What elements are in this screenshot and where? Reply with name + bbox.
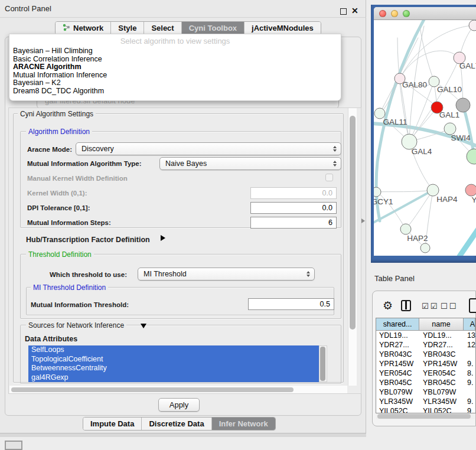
gear-icon[interactable]: ⚙	[383, 299, 393, 312]
close-traffic-light-icon[interactable]	[379, 10, 386, 17]
network-view-window[interactable]: GAL7GAL80GAL10GAL1GAL11SWI4GAL4HAP4YGCY1…	[371, 5, 476, 263]
show-columns-icon[interactable]	[401, 300, 411, 311]
table-cell: 13	[464, 331, 475, 340]
network-node[interactable]	[400, 224, 411, 234]
zoom-traffic-light-icon[interactable]	[403, 10, 410, 17]
table-row[interactable]: YER054CYER054C8.	[376, 369, 475, 378]
table-header-row[interactable]: shared...nameA	[376, 318, 475, 331]
algorithm-option[interactable]: Mutual Information Inference	[9, 71, 341, 80]
stepper-arrows-icon	[333, 161, 337, 167]
tab-discretize-data[interactable]: Discretize Data	[142, 418, 211, 430]
network-node[interactable]	[467, 149, 476, 164]
table-cell: YBL079W	[420, 388, 464, 396]
kernel-width-value: 0.0	[322, 189, 332, 197]
tab-label: jActiveMNodules	[252, 24, 314, 32]
network-edge[interactable]	[459, 228, 476, 256]
table-row[interactable]: YBR045CYBR045C9.	[376, 378, 475, 387]
hub-section-label[interactable]: Hub/Transcription Factor Definition	[26, 236, 150, 244]
table-row[interactable]: YLR345WYLR345W9.	[376, 397, 475, 406]
settings-vertical-scrollbar-thumb[interactable]	[350, 116, 356, 330]
table-cell: 9.	[464, 360, 475, 368]
tab-impute-data[interactable]: Impute Data	[83, 418, 142, 430]
column-header[interactable]: A	[464, 318, 475, 330]
network-node-label: Y	[471, 195, 476, 204]
minimize-traffic-light-icon[interactable]	[391, 10, 398, 17]
network-icon	[63, 24, 70, 33]
table-row[interactable]: YDL19...YDL19...13	[376, 331, 475, 340]
column-header[interactable]: name	[419, 318, 463, 330]
data-attribute-item[interactable]: gal4RGexp	[28, 373, 327, 383]
splitter-collapse-icon[interactable]	[361, 219, 365, 223]
algorithm-option[interactable]: ARACNE Algorithm	[9, 63, 341, 71]
tab-infer-network[interactable]: Infer Network	[212, 418, 275, 430]
apply-button[interactable]: Apply	[158, 398, 200, 412]
network-node-label: GAL10	[437, 85, 462, 94]
tab-jactivemnodules[interactable]: jActiveMNodules	[244, 22, 321, 34]
table-row[interactable]: YPR145WYPR145W9.	[376, 359, 475, 369]
table-cell: YLR345W	[376, 397, 420, 406]
network-edge[interactable]	[406, 190, 433, 229]
manual-kernel-checkbox[interactable]	[325, 174, 333, 181]
data-attribute-item[interactable]: BetweennessCentrality	[28, 364, 327, 373]
network-edge[interactable]	[400, 51, 459, 79]
mi-type-label: Mutual Information Algorithm Type:	[27, 160, 142, 167]
collapse-arrow-icon[interactable]	[141, 324, 146, 328]
which-threshold-label: Which threshold to use:	[50, 271, 127, 278]
select-all-checkboxes-icon[interactable]: ☑☑	[422, 302, 439, 311]
sources-title[interactable]: Sources for Network Inference	[26, 321, 126, 330]
tab-network[interactable]: Network	[56, 22, 111, 34]
mi-type-select[interactable]: Naive Bayes	[159, 157, 341, 170]
aracne-mode-label: Aracne Mode:	[27, 146, 72, 153]
algorithm-option[interactable]: Bayesian – K2	[9, 79, 341, 87]
algorithm-option[interactable]: Bayesian – Hill Climbing	[9, 47, 341, 56]
mi-threshold-value: 0.5	[320, 300, 330, 308]
algorithm-option[interactable]: Basic Correlation Inference	[9, 56, 341, 64]
attributes-scrollbar-thumb[interactable]	[320, 347, 325, 381]
which-threshold-select[interactable]: MI Threshold	[138, 268, 315, 281]
tab-select[interactable]: Select	[144, 22, 181, 34]
mi-steps-field[interactable]: 6	[250, 217, 337, 229]
tab-style[interactable]: Style	[111, 22, 144, 34]
aracne-mode-select[interactable]: Discovery	[76, 142, 341, 155]
float-panel-icon[interactable]	[340, 8, 347, 15]
close-icon[interactable]: ✕	[351, 6, 358, 15]
settings-horizontal-scrollbar-thumb[interactable]	[11, 387, 294, 392]
table-row[interactable]: YBR043CYBR043C	[376, 350, 475, 359]
data-attribute-item[interactable]: SelfLoops	[28, 345, 327, 355]
table-cell: YER054C	[420, 369, 464, 377]
export-table-icon[interactable]	[469, 298, 476, 313]
table-cell: 9.	[464, 379, 475, 387]
data-attribute-item[interactable]: TopologicalCoefficient	[28, 355, 327, 364]
mi-threshold-label: Mutual Information Threshold:	[31, 301, 129, 308]
network-node[interactable]	[420, 243, 430, 253]
algorithm-option[interactable]: Dream8 DC_TDC Algorithm	[9, 87, 341, 96]
mi-threshold-definition-title: MI Threshold Definition	[31, 283, 108, 292]
cyni-bottom-tabstrip: Impute DataDiscretize DataInfer Network	[83, 417, 276, 431]
mi-threshold-field[interactable]: 0.5	[248, 298, 334, 310]
network-edge[interactable]	[374, 190, 433, 224]
table-cell: YER054C	[376, 369, 420, 377]
data-attributes-list[interactable]: SelfLoopsTopologicalCoefficientBetweenne…	[28, 345, 327, 382]
network-node[interactable]	[465, 184, 476, 196]
mi-steps-label: Mutual Information Steps:	[27, 219, 111, 226]
network-node[interactable]	[374, 187, 381, 197]
network-node[interactable]	[469, 20, 476, 31]
cyni-algorithm-settings-title: Cyni Algorithm Settings	[18, 110, 96, 118]
deselect-all-checkboxes-icon[interactable]: ☐☐	[441, 302, 458, 311]
tab-cyni-toolbox[interactable]: Cyni Toolbox	[182, 22, 244, 34]
expand-arrow-icon[interactable]	[161, 235, 165, 241]
table-cell: YBR043C	[376, 350, 420, 358]
network-node[interactable]	[444, 123, 456, 135]
network-edge[interactable]	[376, 190, 433, 192]
table-horizontal-scrollbar-thumb[interactable]	[377, 414, 471, 419]
network-node[interactable]	[427, 184, 439, 196]
network-window-titlebar[interactable]	[374, 7, 476, 20]
dpi-tolerance-field[interactable]: 0.0	[250, 202, 337, 214]
column-header[interactable]: shared...	[376, 318, 419, 330]
network-graph-canvas[interactable]: GAL7GAL80GAL10GAL1GAL11SWI4GAL4HAP4YGCY1…	[374, 20, 476, 256]
table-row[interactable]: YBL079WYBL079W	[376, 387, 475, 397]
table-cell: 12	[464, 341, 475, 349]
table-row[interactable]: YDR27...YDR27...12	[376, 340, 475, 350]
table-row[interactable]: YIL052CYIL052C9	[376, 406, 475, 413]
node-attribute-table[interactable]: shared...nameA YDL19...YDL19...13YDR27..…	[376, 318, 476, 413]
